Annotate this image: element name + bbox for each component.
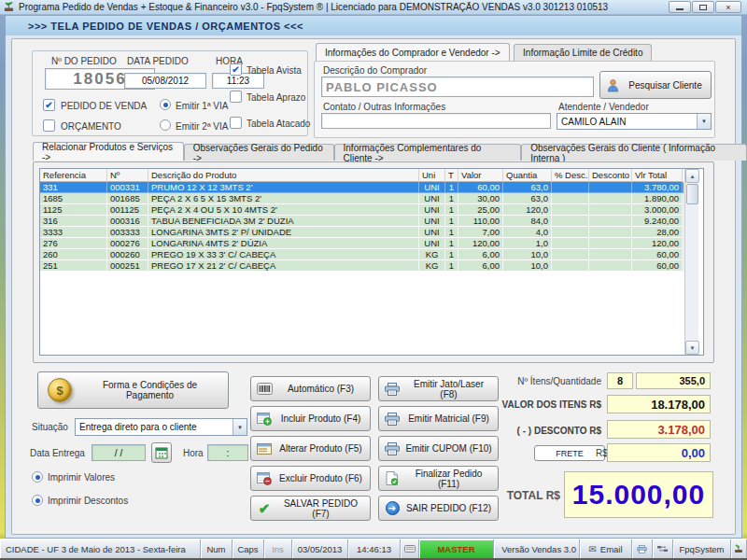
cell-numero: 000260 bbox=[107, 249, 148, 260]
status-caps: Caps bbox=[233, 539, 264, 558]
table-row[interactable]: 276 000276 LONGARINA 4MTS 2' DÚZIA UNI 1… bbox=[40, 238, 684, 249]
automatico-button[interactable]: Automático (F3) bbox=[250, 376, 371, 401]
cell-t: 1 bbox=[445, 260, 458, 272]
tab-info-complementares[interactable]: Informações Complementares do Cliente -> bbox=[334, 144, 522, 161]
data-entrega-field[interactable]: / / bbox=[92, 444, 146, 461]
table-row[interactable]: 260 000260 PREGO 19 X 33 3' C/ CABEÇA KG… bbox=[40, 249, 684, 260]
table-row[interactable]: 251 000251 PREGO 17 X 21 2' C/ CABEÇA KG… bbox=[40, 260, 684, 272]
cell-valor: 7,00 bbox=[458, 227, 503, 238]
alterar-produto-button[interactable]: Alterar Produto (F5) bbox=[250, 436, 371, 461]
emitir-cupom-button[interactable]: Emitir CUPOM (F10) bbox=[378, 436, 499, 461]
cell-valor: 110,00 bbox=[458, 216, 503, 227]
via2-radio[interactable] bbox=[160, 119, 171, 131]
col-referencia[interactable]: Referencia bbox=[40, 169, 107, 182]
cell-desconto bbox=[589, 227, 632, 238]
tab-comprador-vendedor[interactable]: Informações do Comprador e Vendedor -> bbox=[316, 43, 510, 62]
page-title: >>> TELA PEDIDO DE VENDAS / ORÇAMENTOS <… bbox=[6, 16, 741, 35]
tab-observacoes-cliente[interactable]: Observações Gerais do Cliente ( Informaç… bbox=[521, 144, 747, 161]
order-date-field[interactable]: 05/08/2012 bbox=[124, 73, 206, 89]
emitir-jato-laser-button[interactable]: Emitir Jato/Laser (F8) bbox=[378, 376, 499, 401]
cell-vlr-total: 60,00 bbox=[632, 260, 683, 272]
cell-desconto bbox=[589, 204, 632, 216]
col-descricao[interactable]: Descrição do Produto bbox=[148, 169, 419, 182]
hora-entrega-field[interactable]: : bbox=[207, 444, 248, 461]
scrollbar-thumb[interactable] bbox=[686, 184, 698, 204]
cell-t: 1 bbox=[445, 216, 458, 227]
cell-valor: 25,00 bbox=[458, 204, 503, 216]
imprimir-descontos-radio[interactable] bbox=[32, 495, 43, 506]
comprador-field[interactable]: PABLO PICASSO bbox=[321, 77, 594, 97]
tab-relacionar-produtos[interactable]: Relacionar Produtos e Serviços -> bbox=[33, 142, 184, 161]
tabela-avista-checkbox[interactable]: ✔ bbox=[230, 63, 242, 76]
pesquisar-cliente-button[interactable]: Pesquisar Cliente bbox=[599, 71, 712, 99]
buyer-tabs: Informações do Comprador e Vendedor -> I… bbox=[316, 43, 652, 62]
pedido-venda-checkbox[interactable]: ✔ bbox=[43, 99, 55, 111]
emitir-matricial-button[interactable]: Emitir Matricial (F9) bbox=[378, 406, 499, 431]
cell-descricao: PRUMO 12 X 12 3MTS 2' bbox=[148, 182, 419, 193]
printer-icon bbox=[384, 412, 401, 427]
sair-pedido-label: SAIR PEDIDO (F12) bbox=[404, 503, 493, 513]
add-row-icon bbox=[256, 412, 273, 427]
cell-uni: UNI bbox=[419, 204, 445, 216]
window-titlebar: Programa Pedido de Vendas + Estoque & Fi… bbox=[0, 0, 747, 15]
sair-pedido-button[interactable]: ➔ SAIR PEDIDO (F12) bbox=[378, 496, 499, 521]
orcamento-checkbox[interactable] bbox=[43, 119, 55, 132]
excluir-produto-button[interactable]: Excluir Produto (F6) bbox=[250, 466, 371, 491]
col-desconto[interactable]: Desconto bbox=[589, 169, 632, 182]
frete-button[interactable]: FRETE bbox=[534, 445, 605, 461]
tab-observacoes-pedido[interactable]: Observações Gerais do Pedido -> bbox=[184, 144, 334, 161]
cell-t: 1 bbox=[445, 193, 458, 204]
cell-descricao: TABUA BENEFICIADA 3M 2' DUZIA bbox=[148, 216, 419, 227]
status-email-text: Email bbox=[600, 544, 623, 554]
cell-desconto bbox=[589, 238, 632, 249]
col-numero[interactable]: Nº bbox=[107, 169, 148, 182]
cell-quantia: 10,0 bbox=[503, 260, 552, 272]
cell-numero: 000331 bbox=[107, 182, 148, 193]
frete-button-label: FRETE bbox=[556, 449, 584, 458]
calendar-button[interactable] bbox=[151, 442, 172, 463]
imprimir-valores-radio[interactable] bbox=[32, 471, 43, 483]
col-quantia[interactable]: Quantia bbox=[503, 169, 552, 182]
scroll-up-button[interactable]: ▲ bbox=[685, 169, 699, 183]
tabela-atacado-label: Tabela Atacado bbox=[247, 119, 310, 129]
col-uni[interactable]: Uni bbox=[419, 169, 445, 182]
status-time: 14:46:13 bbox=[348, 539, 401, 558]
tabela-aprazo-checkbox[interactable] bbox=[230, 91, 242, 103]
table-row[interactable]: 331 000331 PRUMO 12 X 12 3MTS 2' UNI 1 6… bbox=[40, 182, 684, 193]
minimize-button[interactable] bbox=[669, 1, 691, 13]
table-row[interactable]: 1125 001125 PEÇA 2 X 4 OU 5 X 10 4MTS 2'… bbox=[40, 204, 684, 216]
col-pdesc[interactable]: % Desc. bbox=[552, 169, 589, 182]
check-icon: ✔ bbox=[45, 100, 52, 110]
forma-pagamento-label: Forma e Condições de Pagamento bbox=[81, 380, 218, 400]
forma-pagamento-button[interactable]: $ Forma e Condições de Pagamento bbox=[37, 371, 229, 409]
maximize-button[interactable] bbox=[692, 1, 714, 13]
scroll-down-button[interactable]: ▼ bbox=[685, 341, 699, 355]
cell-quantia: 84,0 bbox=[503, 216, 552, 227]
close-button[interactable]: × bbox=[715, 1, 741, 13]
contato-field[interactable] bbox=[321, 113, 551, 129]
vertical-scrollbar[interactable]: ▲ ▼ bbox=[684, 169, 698, 355]
salvar-pedido-button[interactable]: ✔ SALVAR PEDIDO (F7) bbox=[250, 496, 371, 521]
page-title-text: >>> TELA PEDIDO DE VENDAS / ORÇAMENTOS <… bbox=[28, 21, 303, 32]
cell-numero: 001125 bbox=[107, 204, 148, 216]
cell-descricao: PEÇA 2 X 4 OU 5 X 10 4MTS 2' bbox=[148, 204, 419, 216]
frete-field[interactable]: 0,00 bbox=[607, 443, 711, 462]
status-connection-icon bbox=[653, 539, 673, 558]
col-t[interactable]: T bbox=[445, 169, 458, 182]
exit-arrow-icon: ➔ bbox=[384, 501, 401, 516]
table-row[interactable]: 1685 001685 PEÇA 2 X 6 5 X 15 3MTS 2' UN… bbox=[40, 193, 684, 204]
tab-limite-credito[interactable]: Informação Limite de Crédito bbox=[514, 44, 652, 61]
via1-radio[interactable] bbox=[160, 99, 171, 110]
atendente-select[interactable]: CAMILO ALAIN ▼ bbox=[557, 113, 712, 130]
cell-quantia: 63,0 bbox=[503, 193, 552, 204]
finalizar-pedido-button[interactable]: Finalizar Pedido (F11) bbox=[378, 466, 499, 491]
cell-quantia: 63,0 bbox=[503, 182, 552, 193]
table-row[interactable]: 3333 003333 LONGARINA 3MTS 2' P/ UNIDADE… bbox=[40, 227, 684, 238]
table-row[interactable]: 316 000316 TABUA BENEFICIADA 3M 2' DUZIA… bbox=[40, 216, 684, 227]
tabela-atacado-checkbox[interactable] bbox=[230, 117, 242, 129]
incluir-produto-button[interactable]: Incluir Produto (F4) bbox=[250, 406, 371, 431]
col-vlr-total[interactable]: Vlr Total bbox=[632, 169, 683, 182]
imprimir-valores-label: Imprimir Valores bbox=[48, 472, 115, 483]
col-valor[interactable]: Valor bbox=[458, 169, 503, 182]
situacao-select[interactable]: Entrega direto para o cliente ▼ bbox=[75, 418, 247, 436]
